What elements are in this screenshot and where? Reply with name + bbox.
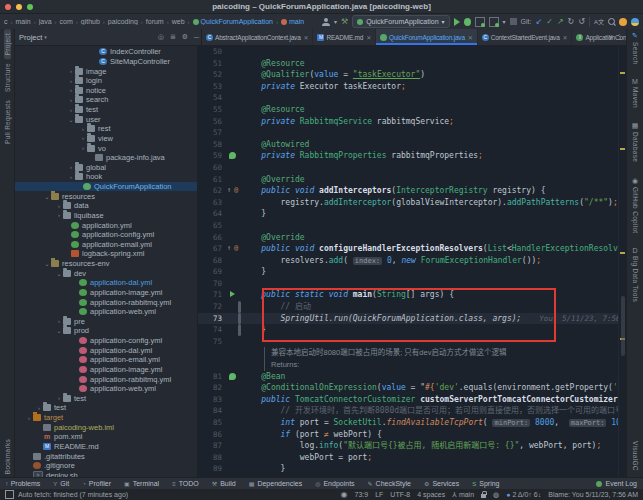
line-number[interactable]: 69 <box>198 266 226 278</box>
breadcrumb-item-com[interactable]: com <box>60 18 73 25</box>
tree-chevron-icon[interactable]: › <box>67 78 75 84</box>
tree-item-QuickForumApplication[interactable]: QuickForumApplication <box>15 182 197 192</box>
code-line-54[interactable]: 54 <box>198 92 626 104</box>
tree-chevron-icon[interactable]: › <box>35 405 43 411</box>
tree-chevron-icon[interactable]: › <box>67 164 75 170</box>
code-text[interactable]: registry.addInterceptor(globalViewInterc… <box>242 197 626 209</box>
code-line-50[interactable]: 50 <box>198 46 626 58</box>
code-line-61[interactable]: 61 @Override <box>198 174 626 186</box>
status-item-73-9[interactable]: 73:9 <box>355 491 369 498</box>
line-number[interactable]: 61 <box>198 174 226 186</box>
tree-item-application-rabbitmq.yml[interactable]: application-rabbitmq.yml <box>15 297 197 307</box>
tool-window-button-todo[interactable]: ≡TODO <box>172 480 199 487</box>
hidden-tabs-chevron-icon[interactable]: ∨ <box>608 33 613 41</box>
tree-item-application-image.yml[interactable]: application-image.yml <box>15 288 197 298</box>
git-commit-icon[interactable]: ✓ <box>546 17 553 27</box>
tree-chevron-icon[interactable]: ⌄ <box>67 116 75 123</box>
hide-panel-icon[interactable]: ─ <box>192 34 201 41</box>
plugin-orange-icon[interactable] <box>619 18 627 26</box>
code-line-55[interactable]: 55 @Resource <box>198 104 626 116</box>
tree-item-data[interactable]: ›data <box>15 201 197 211</box>
tree-item-pre[interactable]: ›pre <box>15 317 197 327</box>
plugin-blue-icon[interactable] <box>631 18 639 26</box>
code-line-62[interactable]: 62↑@ public void addInterceptors(Interce… <box>198 185 626 197</box>
override-gutter-icon[interactable]: ↑ <box>227 185 231 197</box>
code-line-59[interactable]: 59 private RabbitmqProperties rabbitmqPr… <box>198 150 626 162</box>
tree-item-test[interactable]: ›test <box>15 105 197 115</box>
tool-window-button-spring[interactable]: SSpring <box>472 480 499 487</box>
right-stripe-item-maven[interactable]: MMaven <box>632 78 639 108</box>
status-item-main[interactable]: Ymain <box>452 491 474 498</box>
tab-AbstractApplicationContext.java[interactable]: CAbstractApplicationContext.java✕ <box>202 29 313 45</box>
tree-item-view[interactable]: ›view <box>15 134 197 144</box>
line-number[interactable]: 62 <box>198 185 226 197</box>
line-number[interactable]: 52 <box>198 69 226 81</box>
tree-item-application-image.yml[interactable]: application-image.yml <box>15 365 197 375</box>
collapse-all-icon[interactable]: ≣ <box>168 33 178 41</box>
code-text[interactable]: @Override <box>242 232 626 244</box>
right-stripe-item-big-data-tools[interactable]: DBig Data Tools <box>632 247 639 302</box>
tree-chevron-icon[interactable]: › <box>55 318 63 324</box>
line-number[interactable]: 81 <box>198 371 226 383</box>
tree-chevron-icon[interactable]: ⌄ <box>55 270 63 277</box>
search-everywhere-icon[interactable] <box>608 18 615 25</box>
tree-item-IndexController[interactable]: CIndexController <box>15 47 197 57</box>
tree-item-.gitignore[interactable]: .gitignore <box>15 461 197 471</box>
line-number[interactable]: 83 <box>198 394 226 406</box>
breadcrumb-item-github[interactable]: github <box>81 18 100 25</box>
close-tab-icon[interactable]: ✕ <box>563 34 568 41</box>
tool-window-button-checkstyle[interactable]: ✎CheckStyle <box>368 480 411 487</box>
code-line-63[interactable]: 63 registry.addInterceptor(globalViewInt… <box>198 197 626 209</box>
breadcrumb-item-main[interactable]: main <box>281 18 304 25</box>
code-line-68[interactable]: 68 resolvers.add( index: 0, new ForumExc… <box>198 255 626 267</box>
code-text[interactable]: private Executor taskExecutor; <box>242 81 626 93</box>
sidebar-item-bookmarks[interactable]: Bookmarks <box>4 435 11 478</box>
tree-item-resources-env[interactable]: ⌄resources-env <box>15 259 197 269</box>
profile-chevron-icon[interactable]: ▾ <box>334 17 337 27</box>
tree-item-application-dal.yml[interactable]: application-dal.yml <box>15 345 197 355</box>
code-text[interactable]: @Resource <box>242 58 626 70</box>
tree-item-liquibase[interactable]: ›liquibase <box>15 211 197 221</box>
line-number[interactable]: 89 <box>198 463 226 475</box>
tree-chevron-icon[interactable]: › <box>67 68 75 74</box>
breadcrumb-item-c[interactable]: c <box>4 18 8 25</box>
code-text[interactable]: resolvers.add( index: 0, new ForumExcept… <box>242 255 626 267</box>
line-number[interactable]: 55 <box>198 104 226 116</box>
tree-item-application-dal.yml[interactable]: application-dal.yml <box>15 278 197 288</box>
tree-item-paicoding-web.iml[interactable]: paicoding-web.iml <box>15 422 197 432</box>
line-number[interactable]: 74 <box>198 324 226 336</box>
editor-scrollbar[interactable] <box>618 46 626 478</box>
breadcrumb-item-paicoding[interactable]: paicoding <box>108 18 138 25</box>
tree-item-image[interactable]: ›image <box>15 66 197 76</box>
code-text[interactable]: log.info("默认端口号{}被占用, 随机启用新端口号: {}", web… <box>242 440 626 452</box>
tool-window-button-profiler[interactable]: ◔Profiler <box>82 480 111 487</box>
warning-stripe-mark[interactable] <box>620 252 625 254</box>
line-number[interactable]: 50 <box>198 46 226 58</box>
line-number[interactable]: 56 <box>198 116 226 128</box>
line-number[interactable]: 75 <box>198 336 226 348</box>
code-text[interactable]: } <box>242 463 626 475</box>
tree-chevron-icon[interactable]: › <box>79 135 87 141</box>
code-text[interactable]: // 开发环境时，首先判断8080d端口是否可用；若可用则直接使用，否则选择一个… <box>242 405 626 417</box>
sidebar-item-structure[interactable]: Structure <box>4 59 11 96</box>
status-item[interactable]: ◍ <box>493 491 499 499</box>
code-line-81[interactable]: 81 @Bean <box>198 371 626 383</box>
tree-chevron-icon[interactable]: ⌄ <box>55 327 63 334</box>
tree-chevron-icon[interactable]: › <box>55 212 63 218</box>
close-tab-icon[interactable]: ✕ <box>304 34 309 41</box>
line-number[interactable]: 64 <box>198 208 226 220</box>
breadcrumb-item-main[interactable]: main <box>16 18 31 25</box>
code-line-85[interactable]: 85 int port = SocketUtil.findAvailableTc… <box>198 417 626 429</box>
code-text[interactable]: int port = SocketUtil.findAvailableTcpPo… <box>242 417 626 429</box>
code-text[interactable]: public TomcatConnectorCustomizer customS… <box>242 394 626 406</box>
tree-item-README.md[interactable]: MREADME.md <box>15 442 197 452</box>
code-line-57[interactable]: 57 <box>198 127 626 139</box>
code-line-51[interactable]: 51 @Resource <box>198 58 626 70</box>
status-item[interactable]: ◉ <box>341 490 348 499</box>
tree-chevron-icon[interactable]: › <box>55 203 63 209</box>
profile-run-icon[interactable] <box>489 17 499 27</box>
tree-item-application-web.yml[interactable]: application-web.yml <box>15 307 197 317</box>
line-number[interactable]: 87 <box>198 440 226 452</box>
tree-item-application-config.yml[interactable]: application-config.yml <box>15 230 197 240</box>
line-number[interactable]: 73 <box>198 313 226 325</box>
